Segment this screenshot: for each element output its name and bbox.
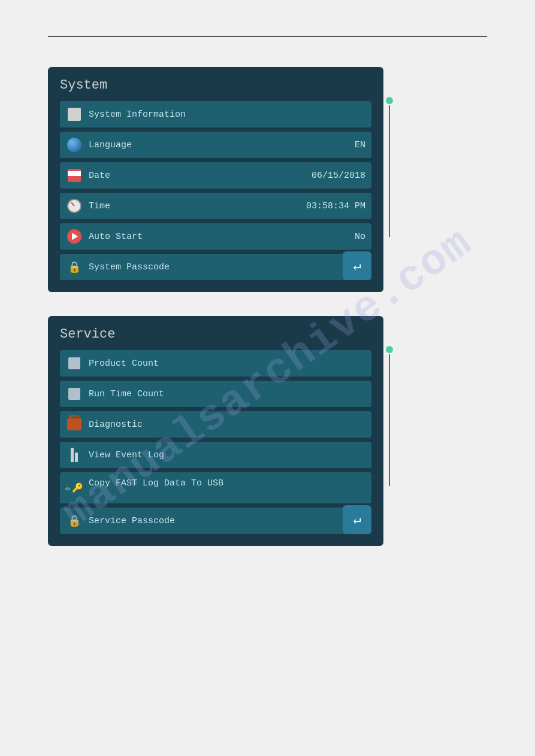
system-passcode-label: System Passcode	[89, 262, 349, 272]
system-passcode-item[interactable]: 🔒 System Passcode No	[60, 254, 371, 280]
diagnostic-item[interactable]: Diagnostic	[60, 411, 371, 438]
service-passcode-label: Service Passcode	[89, 516, 365, 526]
time-label: Time	[89, 201, 300, 211]
run-time-count-item[interactable]: Run Time Count	[60, 381, 371, 407]
language-value: EN	[355, 140, 365, 150]
service-scroll-line	[389, 354, 390, 486]
run-time-count-label: Run Time Count	[89, 389, 365, 399]
system-information-icon	[66, 106, 83, 123]
copy-fast-log-item[interactable]: ✏️🔑 Copy FAST Log Data To USB	[60, 472, 371, 503]
system-scroll-indicator	[386, 97, 393, 237]
time-icon	[66, 198, 83, 214]
product-count-label: Product Count	[89, 359, 365, 369]
system-menu-list: System Information Language EN Date 06/1…	[60, 101, 371, 280]
service-passcode-icon: 🔒	[66, 512, 83, 529]
auto-start-value: No	[355, 232, 365, 242]
time-item[interactable]: Time 03:58:34 PM	[60, 193, 371, 219]
product-count-item[interactable]: Product Count	[60, 350, 371, 377]
service-menu-list: Product Count Run Time Count Diagnostic	[60, 350, 371, 534]
service-panel-title: Service	[60, 327, 371, 342]
service-passcode-item[interactable]: 🔒 Service Passcode	[60, 508, 371, 534]
view-event-log-item[interactable]: View Event Log	[60, 442, 371, 468]
diagnostic-icon	[66, 416, 83, 433]
date-label: Date	[89, 171, 306, 181]
diagnostic-label: Diagnostic	[89, 420, 365, 430]
system-back-button[interactable]: ↵	[343, 251, 371, 280]
scroll-line	[389, 105, 390, 237]
date-item[interactable]: Date 06/15/2018	[60, 162, 371, 189]
system-panel-title: System	[60, 78, 371, 93]
time-value: 03:58:34 PM	[306, 201, 365, 211]
view-event-log-label: View Event Log	[89, 450, 365, 460]
run-time-count-icon	[66, 385, 83, 402]
system-information-label: System Information	[89, 110, 365, 120]
copy-fast-log-icon: ✏️🔑	[66, 479, 83, 496]
top-divider	[48, 36, 487, 37]
product-count-icon	[66, 355, 83, 372]
auto-start-label: Auto Start	[89, 232, 349, 242]
language-item[interactable]: Language EN	[60, 132, 371, 158]
auto-start-icon	[66, 228, 83, 245]
language-label: Language	[89, 140, 349, 150]
system-information-item[interactable]: System Information	[60, 101, 371, 127]
system-back-icon: ↵	[353, 258, 361, 274]
service-back-button[interactable]: ↵	[343, 505, 371, 534]
system-passcode-icon: 🔒	[66, 259, 83, 275]
service-scroll-dot	[386, 346, 393, 353]
language-icon	[66, 136, 83, 153]
date-value: 06/15/2018	[312, 171, 365, 181]
copy-fast-log-label: Copy FAST Log Data To USB	[89, 478, 365, 488]
service-back-icon: ↵	[353, 512, 361, 528]
scroll-dot	[386, 97, 393, 104]
service-scroll-indicator	[386, 346, 393, 486]
view-event-log-icon	[66, 447, 83, 463]
auto-start-item[interactable]: Auto Start No	[60, 223, 371, 250]
service-panel: Service Product Count Run Time Count	[48, 316, 383, 546]
date-icon	[66, 167, 83, 184]
system-panel: System System Information Language EN	[48, 67, 383, 292]
